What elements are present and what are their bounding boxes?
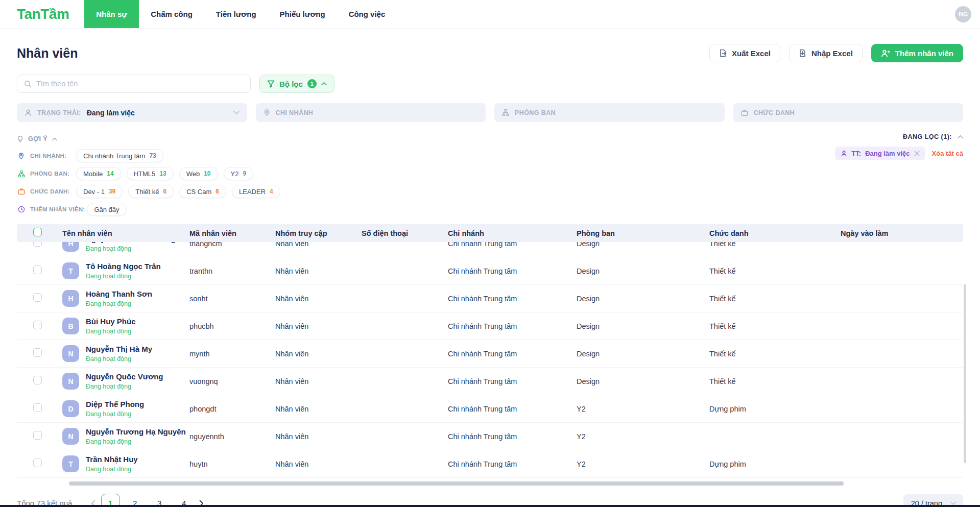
- employee-group: Nhân viên: [275, 350, 362, 358]
- file-export-icon: [719, 49, 727, 57]
- vertical-scrollbar[interactable]: [964, 284, 966, 463]
- page-title: Nhân viên: [17, 46, 78, 61]
- table-row[interactable]: B Bùi Huy PhúcĐang hoạt động phucbh Nhân…: [17, 312, 963, 340]
- nav-item-label: Phiếu lương: [280, 10, 325, 18]
- suggestion-chip[interactable]: LEADER4: [232, 185, 280, 198]
- filter-toggle-button[interactable]: Bộ lọc 1: [259, 75, 334, 93]
- table-row[interactable]: N Nguyễn Thị Hà MyĐang hoạt động mynth N…: [17, 340, 963, 368]
- employee-group: Nhân viên: [275, 242, 362, 248]
- chip-count: 6: [163, 188, 167, 195]
- table-row[interactable]: N Nguyễn Quốc VươngĐang hoạt động vuongn…: [17, 368, 963, 395]
- employee-name: Tô Hoàng Ngọc Trân: [86, 262, 161, 271]
- avatar: T: [62, 455, 79, 472]
- chip-text: CS Cam: [186, 188, 211, 196]
- file-import-icon: [799, 49, 806, 57]
- employee-code: vuongnq: [189, 377, 275, 385]
- suggestion-chip[interactable]: Gần đây: [87, 203, 126, 216]
- department-filter-select[interactable]: PHÒNG BAN: [494, 103, 725, 122]
- suggestion-chip[interactable]: Thiết kế6: [128, 185, 174, 198]
- nav-item-label: Tiền lương: [216, 10, 256, 18]
- suggestion-group-label: THÊM NHÂN VIÊN:: [30, 206, 85, 212]
- employee-table: Tên nhân viên Mã nhân viên Nhóm truy cập…: [17, 224, 963, 486]
- tag-prefix: TT:: [851, 150, 861, 157]
- branch-filter-select[interactable]: CHI NHÁNH: [256, 103, 486, 122]
- add-employee-button[interactable]: Thêm nhân viên: [871, 44, 963, 62]
- avatar: N: [62, 428, 79, 445]
- suggestion-chip[interactable]: Chi nhánh Trung tâm73: [76, 149, 163, 162]
- horizontal-scrollbar[interactable]: [69, 481, 844, 486]
- table-row[interactable]: H Nguyễn Cao Minh ThắngĐang hoạt động th…: [17, 242, 963, 257]
- row-checkbox[interactable]: [33, 321, 42, 329]
- nav-item-cong-viec[interactable]: Công việc: [337, 0, 397, 28]
- nav-item-tien-luong[interactable]: Tiền lương: [204, 0, 268, 28]
- row-checkbox[interactable]: [33, 403, 42, 412]
- person-icon: [25, 109, 32, 116]
- add-employee-label: Thêm nhân viên: [895, 49, 953, 58]
- table-row[interactable]: D Diệp Thế PhongĐang hoạt động phongdt N…: [17, 395, 963, 423]
- active-filter-tag[interactable]: TT: Đang làm việc: [835, 147, 925, 160]
- row-checkbox[interactable]: [33, 265, 42, 274]
- row-checkbox[interactable]: [33, 376, 42, 384]
- employee-department: Y2: [577, 432, 709, 441]
- employee-group: Nhân viên: [275, 295, 362, 303]
- employee-status: Đang hoạt động: [86, 245, 176, 252]
- suggestion-chip[interactable]: HTML513: [127, 167, 174, 180]
- chevron-up-icon: [958, 135, 963, 139]
- search-field-wrap: [17, 75, 251, 93]
- title-filter-select[interactable]: CHỨC DANH: [733, 103, 964, 122]
- close-icon[interactable]: [914, 151, 920, 156]
- employee-department: Y2: [577, 460, 709, 468]
- chip-text: Web: [186, 170, 200, 178]
- import-excel-button[interactable]: Nhập Excel: [789, 44, 863, 62]
- row-checkbox[interactable]: [33, 293, 42, 302]
- table-row[interactable]: T Trần Nhật HuyĐang hoạt động huytn Nhân…: [17, 450, 963, 478]
- employee-group: Nhân viên: [275, 460, 362, 468]
- nav-item-phieu-luong[interactable]: Phiếu lương: [268, 0, 337, 28]
- employee-code: phucbh: [189, 322, 275, 330]
- window-bottom-edge: [0, 505, 980, 507]
- employee-department: Design: [577, 377, 709, 385]
- brand-logo[interactable]: TanTầm: [0, 0, 84, 28]
- avatar: D: [62, 400, 79, 417]
- suggestion-group-recent: THÊM NHÂN VIÊN: Gần đây: [17, 203, 286, 216]
- suggestion-chip[interactable]: Mobile14: [76, 167, 121, 180]
- nav-item-label: Chấm công: [151, 10, 193, 18]
- employee-status: Đang hoạt động: [86, 273, 161, 280]
- chip-count: 10: [204, 170, 210, 177]
- clear-all-filters-link[interactable]: Xóa tất cả: [932, 150, 963, 157]
- employee-title: Thiết kế: [709, 295, 841, 303]
- employee-title: Dựng phim: [709, 405, 841, 413]
- select-all-checkbox[interactable]: [33, 228, 42, 236]
- employee-department: Y2: [577, 405, 709, 413]
- suggestion-group-label: PHÒNG BAN:: [30, 171, 74, 177]
- row-checkbox[interactable]: [33, 348, 42, 357]
- employee-branch: Chi nhánh Trung tâm: [448, 242, 577, 248]
- active-filters-header[interactable]: ĐANG LỌC (1):: [835, 133, 963, 140]
- employee-name: Nguyễn Thị Hà My: [86, 345, 152, 353]
- suggestion-chip[interactable]: Y29: [224, 167, 254, 180]
- chip-count: 9: [243, 170, 246, 177]
- employee-code: sonht: [189, 295, 275, 303]
- export-excel-button[interactable]: Xuất Excel: [709, 44, 780, 62]
- row-checkbox[interactable]: [33, 431, 42, 440]
- row-checkbox[interactable]: [33, 458, 42, 467]
- suggestion-chip[interactable]: Dev - 139: [76, 185, 123, 198]
- user-avatar[interactable]: NG: [955, 6, 971, 22]
- suggestion-chip[interactable]: CS Cam6: [179, 185, 226, 198]
- suggestions-header[interactable]: GỢI Ý: [17, 133, 286, 144]
- table-row[interactable]: H Hoàng Thanh SơnĐang hoạt động sonht Nh…: [17, 285, 963, 312]
- avatar: B: [62, 318, 79, 334]
- sitemap-icon: [17, 170, 26, 178]
- search-input[interactable]: [36, 80, 244, 88]
- nav-item-cham-cong[interactable]: Chấm công: [139, 0, 204, 28]
- status-filter-select[interactable]: TRẠNG THÁI: Đang làm việc: [17, 103, 247, 122]
- chip-text: Y2: [231, 170, 239, 178]
- briefcase-icon: [741, 109, 748, 116]
- employee-name: Bùi Huy Phúc: [86, 317, 136, 326]
- chevron-up-icon: [321, 82, 327, 86]
- table-row[interactable]: T Tô Hoàng Ngọc TrânĐang hoạt động trant…: [17, 257, 963, 285]
- nav-item-nhan-su[interactable]: Nhân sự: [84, 0, 139, 28]
- row-checkbox[interactable]: [33, 242, 42, 247]
- table-row[interactable]: N Nguyễn Trương Hạ NguyênĐang hoạt động …: [17, 423, 963, 450]
- suggestion-chip[interactable]: Web10: [179, 167, 218, 180]
